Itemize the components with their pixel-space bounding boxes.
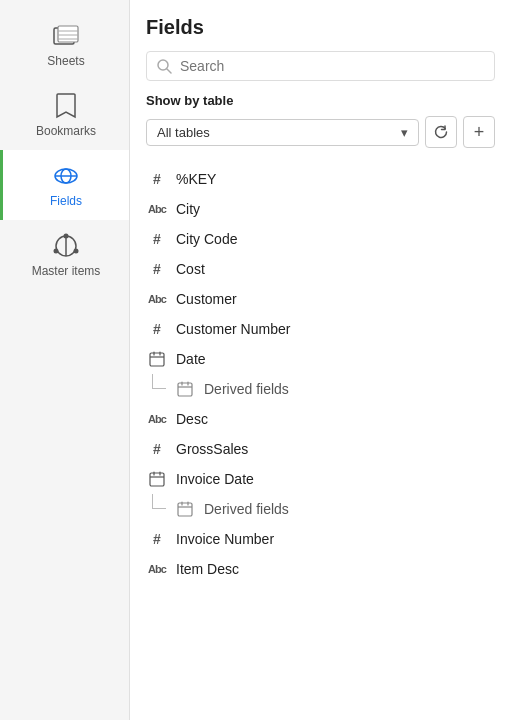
all-tables-dropdown[interactable]: All tables ▾ [146,119,419,146]
calendar-icon [174,380,196,398]
sidebar-item-master-items[interactable]: Master items [0,220,129,290]
search-box [146,51,495,81]
svg-line-14 [167,69,171,73]
field-label-gross-sales: GrossSales [176,441,248,457]
sheets-icon [52,22,80,50]
text-icon: Abc [146,410,168,428]
number-icon: # [146,440,168,458]
field-label-invoice-date: Invoice Date [176,471,254,487]
field-item-invoice-date[interactable]: Invoice Date [130,464,511,494]
sidebar-item-bookmarks[interactable]: Bookmarks [0,80,129,150]
main-panel: Fields Show by table All tables ▾ [130,0,511,720]
sidebar-item-fields[interactable]: Fields [0,150,129,220]
svg-rect-23 [150,473,164,486]
fields-list: # %KEY Abc City # City Code # Cost Abc C… [130,160,511,720]
field-item-city-code[interactable]: # City Code [130,224,511,254]
table-filter-row: All tables ▾ + [146,116,495,148]
field-label-customer: Customer [176,291,237,307]
field-label-customer-number: Customer Number [176,321,290,337]
text-icon: Abc [146,200,168,218]
bookmarks-icon [52,92,80,120]
sidebar-item-label-master-items: Master items [32,264,101,278]
field-item-city[interactable]: Abc City [130,194,511,224]
field-label-invoice-number: Invoice Number [176,531,274,547]
calendar-icon [146,470,168,488]
search-input[interactable] [180,58,484,74]
field-label-derived-2: Derived fields [204,501,289,517]
svg-point-12 [74,249,79,254]
sidebar-item-sheets[interactable]: Sheets [0,10,129,80]
sidebar-item-label-fields: Fields [50,194,82,208]
field-item-desc[interactable]: Abc Desc [130,404,511,434]
field-label-date: Date [176,351,206,367]
svg-rect-1 [58,26,78,42]
field-item-date[interactable]: Date [130,344,511,374]
refresh-button[interactable] [425,116,457,148]
field-label-derived-1: Derived fields [204,381,289,397]
field-item-item-desc[interactable]: Abc Item Desc [130,554,511,584]
svg-point-11 [54,249,59,254]
field-label-desc: Desc [176,411,208,427]
number-icon: # [146,230,168,248]
search-icon [157,59,172,74]
field-item-customer-number[interactable]: # Customer Number [130,314,511,344]
svg-point-10 [64,234,69,239]
chevron-down-icon: ▾ [401,125,408,140]
master-items-icon [52,232,80,260]
svg-rect-15 [150,353,164,366]
number-icon: # [146,320,168,338]
text-icon: Abc [146,290,168,308]
field-item-cost[interactable]: # Cost [130,254,511,284]
number-icon: # [146,170,168,188]
number-icon: # [146,260,168,278]
field-item-key[interactable]: # %KEY [130,164,511,194]
field-label-item-desc: Item Desc [176,561,239,577]
plus-icon: + [474,123,485,141]
field-item-gross-sales[interactable]: # GrossSales [130,434,511,464]
field-item-customer[interactable]: Abc Customer [130,284,511,314]
field-label-key: %KEY [176,171,216,187]
show-by-table-label: Show by table [146,93,495,108]
sidebar-item-label-bookmarks: Bookmarks [36,124,96,138]
field-label-city: City [176,201,200,217]
svg-rect-19 [178,383,192,396]
calendar-icon [146,350,168,368]
number-icon: # [146,530,168,548]
dropdown-value: All tables [157,125,210,140]
field-label-city-code: City Code [176,231,237,247]
sidebar-item-label-sheets: Sheets [47,54,84,68]
fields-icon [52,162,80,190]
text-icon: Abc [146,560,168,578]
page-title: Fields [146,16,495,39]
add-field-button[interactable]: + [463,116,495,148]
field-label-cost: Cost [176,261,205,277]
main-header: Fields Show by table All tables ▾ [130,0,511,160]
field-item-invoice-number[interactable]: # Invoice Number [130,524,511,554]
field-item-derived-2[interactable]: Derived fields [130,494,511,524]
field-item-derived-1[interactable]: Derived fields [130,374,511,404]
svg-rect-27 [178,503,192,516]
calendar-icon [174,500,196,518]
sidebar: Sheets Bookmarks Fields [0,0,130,720]
